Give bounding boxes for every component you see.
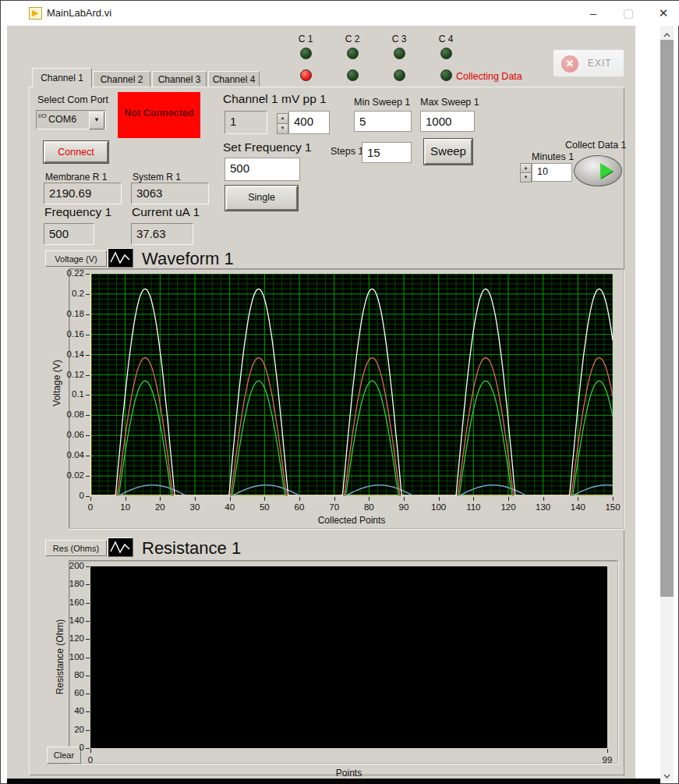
tick-mark: [613, 497, 614, 501]
set-frequency-input[interactable]: 500: [225, 158, 300, 181]
tick-mark: [86, 375, 90, 376]
tick-label: 0.16: [47, 329, 84, 339]
close-button[interactable]: ✕: [651, 5, 676, 21]
tick-label: 180: [47, 579, 84, 588]
tick-mark: [299, 497, 300, 501]
tick-mark: [86, 658, 90, 658]
tick-label: 100: [47, 652, 84, 662]
titlebar: ▶ MainLabArd.vi – ▢ ✕: [1, 1, 679, 26]
tick-label: 120: [47, 633, 84, 643]
resistance-legend-button[interactable]: Res (Ohms): [45, 540, 107, 556]
io-glyph: I/O: [38, 113, 47, 119]
tick-mark: [195, 497, 196, 501]
led-top-indicator: [347, 48, 359, 59]
scroll-up-button[interactable]: [660, 27, 674, 40]
scrollbar-thumb[interactable]: [660, 40, 674, 597]
led-label: C 4: [424, 34, 468, 44]
resistance-legend-plot-icon[interactable]: [108, 537, 133, 557]
tick-label: 0.04: [47, 450, 84, 459]
channel-value[interactable]: 1: [225, 111, 267, 134]
tick-label: 40: [214, 502, 246, 512]
tick-mark: [86, 730, 90, 731]
tick-label: 80: [47, 670, 84, 679]
minutes-spinner[interactable]: ▲ ▼: [520, 163, 530, 182]
tick-mark: [86, 355, 90, 356]
tick-mark: [86, 395, 90, 396]
tick-mark: [86, 335, 90, 335]
min-sweep-input[interactable]: 5: [354, 111, 412, 132]
system-r-label: System R 1: [133, 172, 181, 183]
minimize-button[interactable]: –: [581, 5, 606, 21]
mvpp-input[interactable]: 400: [288, 111, 330, 134]
tick-mark: [90, 497, 91, 501]
exit-button[interactable]: ✕ EXIT: [553, 49, 624, 77]
tab-channel-4[interactable]: Channel 4: [208, 71, 260, 87]
tick-mark: [86, 496, 90, 497]
com-port-dropdown[interactable]: I/O COM6 ▼: [36, 110, 106, 129]
collect-data-button[interactable]: [574, 155, 622, 186]
max-sweep-input[interactable]: 1000: [420, 111, 475, 132]
single-button[interactable]: Single: [225, 186, 298, 211]
tick-mark: [86, 694, 90, 694]
com-port-value: COM6: [48, 114, 76, 125]
spinner-up-icon[interactable]: ▲: [277, 113, 288, 124]
connection-status-box: Not Connected: [118, 92, 200, 138]
current-ua-label: Current uA 1: [132, 205, 200, 219]
led-column: C 1: [284, 34, 327, 81]
tick-label: 20: [47, 725, 84, 734]
led-column: C 3: [377, 34, 421, 81]
exit-label: EXIT: [588, 58, 612, 69]
led-bottom-indicator: [300, 69, 312, 81]
tick-mark: [86, 435, 90, 436]
tick-mark: [86, 456, 90, 456]
tick-mark: [86, 415, 90, 416]
tick-mark: [543, 497, 544, 501]
tick-mark: [404, 497, 405, 501]
exit-x-icon: ✕: [561, 55, 578, 73]
tick-mark: [264, 497, 265, 501]
tick-label: 0: [47, 491, 84, 500]
tick-label: 120: [493, 502, 524, 512]
scroll-down-button[interactable]: [660, 768, 674, 781]
play-icon: [600, 163, 613, 179]
bottom-strip: [7, 779, 660, 784]
system-r-value: 3063: [131, 183, 209, 204]
tick-mark: [160, 497, 161, 501]
steps-input[interactable]: 15: [362, 142, 412, 163]
tick-label: 80: [353, 502, 384, 512]
led-label: C 1: [284, 34, 327, 44]
spinner-down-icon[interactable]: ▼: [520, 172, 532, 183]
max-sweep-label: Max Sweep 1: [420, 97, 479, 108]
mvpp-spinner[interactable]: ▲ ▼: [277, 113, 287, 133]
waveform-x-axis-label: Collected Points: [90, 515, 613, 526]
tab-channel-2[interactable]: Channel 2: [93, 71, 150, 87]
tick-mark: [86, 584, 90, 585]
tab-channel-1[interactable]: Channel 1: [32, 68, 92, 87]
tick-label: 20: [144, 502, 175, 512]
membrane-r-label: Membrane R 1: [45, 172, 107, 183]
tick-label: 60: [47, 688, 84, 697]
waveform-plot-area: [90, 274, 613, 496]
tick-mark: [86, 676, 90, 676]
waveform-legend-plot-icon[interactable]: [108, 248, 133, 268]
sweep-button[interactable]: Sweep: [424, 139, 472, 165]
tick-mark: [86, 476, 90, 477]
maximize-button[interactable]: ▢: [616, 5, 641, 21]
led-label: C 3: [377, 34, 421, 44]
tick-mark: [607, 749, 608, 753]
channel-label: Channel 1: [223, 92, 278, 106]
window: ▶ MainLabArd.vi – ▢ ✕ C 1C 2C 3C 4 Colle…: [0, 0, 679, 784]
tick-label: 160: [47, 598, 84, 607]
tick-label: 0.06: [47, 430, 84, 439]
chevron-down-icon[interactable]: ▼: [89, 112, 104, 129]
spinner-down-icon[interactable]: ▼: [277, 123, 288, 134]
tab-channel-3[interactable]: Channel 3: [152, 71, 207, 87]
connect-button[interactable]: Connect: [44, 141, 108, 163]
tick-label: 0.12: [47, 370, 84, 379]
window-title: MainLabArd.vi: [47, 7, 111, 19]
minutes-input[interactable]: 10: [532, 163, 572, 182]
tick-label: 0.1: [47, 389, 84, 399]
waveform-legend-button[interactable]: Voltage (V): [45, 250, 107, 267]
tick-label: 40: [47, 706, 84, 715]
resistance-plot-area: [90, 566, 607, 748]
